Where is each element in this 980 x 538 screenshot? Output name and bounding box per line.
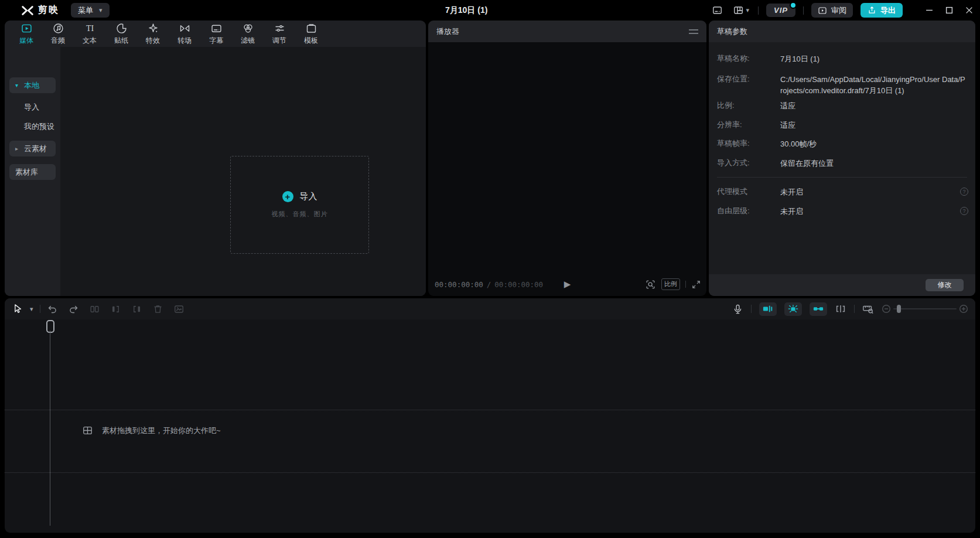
filter-icon <box>242 22 254 35</box>
zoom-in-icon <box>959 304 968 314</box>
player-header: 播放器 <box>428 21 706 42</box>
zoom-slider-thumb[interactable] <box>897 305 901 313</box>
tab-filters[interactable]: 滤镜 <box>232 21 264 47</box>
time-separator: / <box>487 280 491 289</box>
compact-mode-icon <box>712 5 723 16</box>
microphone-icon <box>732 304 743 315</box>
auto-snap-toggle[interactable] <box>784 302 802 316</box>
divider <box>717 177 967 178</box>
tab-effects[interactable]: 特效 <box>137 21 169 47</box>
placeholder-text: 素材拖拽到这里，开始你的大作吧~ <box>102 425 221 436</box>
zoom-in-button[interactable] <box>959 304 968 314</box>
split-icon <box>89 304 100 315</box>
layout-button[interactable]: ▾ <box>732 4 751 17</box>
player-title: 播放器 <box>436 26 459 37</box>
jianying-logo-icon <box>21 4 34 17</box>
menu-label: 菜单 <box>78 5 93 16</box>
delete-button[interactable] <box>152 304 163 315</box>
divider <box>803 6 804 15</box>
trim-left-button[interactable] <box>110 304 121 315</box>
compact-mode-button[interactable] <box>711 4 724 17</box>
zoom-slider-track[interactable] <box>893 308 957 309</box>
audio-icon <box>52 22 64 35</box>
svg-text:TI: TI <box>86 23 94 32</box>
media-tabbar: 媒体 音频 TI 文本 贴纸 <box>11 21 327 47</box>
split-button[interactable] <box>89 304 100 315</box>
freeze-frame-button[interactable] <box>173 304 185 315</box>
tab-templates[interactable]: 模板 <box>295 21 327 47</box>
triangle-down-icon: ▾ <box>15 82 20 88</box>
close-button[interactable] <box>963 4 975 16</box>
fullscreen-button[interactable] <box>691 280 701 290</box>
delete-icon <box>152 304 163 315</box>
export-button[interactable]: 导出 <box>861 3 903 18</box>
undo-button[interactable] <box>47 304 58 315</box>
param-value: 30.00帧/秒 <box>780 138 967 149</box>
timeline-drop-placeholder: 素材拖拽到这里，开始你的大作吧~ <box>82 425 221 436</box>
triangle-right-icon: ▸ <box>15 145 20 152</box>
timeline-fit-button[interactable] <box>862 304 874 314</box>
review-button[interactable]: 审阅 <box>811 3 853 18</box>
maximize-icon <box>945 6 953 14</box>
playhead-handle[interactable] <box>46 320 54 333</box>
ruler-zoom-icon <box>862 304 874 314</box>
select-tool-button[interactable] <box>12 303 23 315</box>
tab-media[interactable]: 媒体 <box>11 21 42 47</box>
tab-label: 媒体 <box>19 36 33 46</box>
param-row-import-mode: 导入方式: 保留在原有位置 <box>717 158 967 169</box>
sidebar-item-local[interactable]: ▾ 本地 <box>9 77 56 93</box>
param-row-ratio: 比例: 适应 <box>717 100 967 111</box>
sidebar-item-material-library[interactable]: 素材库 <box>9 164 56 180</box>
main-track-magnet-toggle[interactable] <box>759 302 777 316</box>
param-value: 适应 <box>780 120 967 131</box>
preview-axis-toggle[interactable] <box>835 304 846 314</box>
minimize-button[interactable] <box>923 4 935 16</box>
preview-quality-button[interactable] <box>645 279 656 290</box>
sidebar-item-import[interactable]: 导入 <box>9 99 56 115</box>
help-icon[interactable]: ? <box>960 188 968 196</box>
select-tool-dropdown[interactable]: ▾ <box>30 306 33 312</box>
divider <box>758 6 759 15</box>
tab-label: 滤镜 <box>241 36 255 46</box>
ratio-button[interactable]: 比例 <box>661 278 680 290</box>
chevron-down-icon: ▾ <box>746 7 750 13</box>
player-viewport <box>428 42 706 273</box>
play-button[interactable]: ▶ <box>561 273 575 296</box>
maximize-button[interactable] <box>943 4 955 16</box>
tab-captions[interactable]: 字幕 <box>200 21 232 47</box>
trim-right-button[interactable] <box>131 304 142 315</box>
zoom-out-button[interactable] <box>882 304 891 314</box>
vip-button[interactable]: VIP <box>766 4 795 17</box>
jianying-app: 剪映 菜单 ▾ 7月10日 (1) ▾ <box>0 0 980 538</box>
tab-transitions[interactable]: 转场 <box>169 21 200 47</box>
tab-text[interactable]: TI 文本 <box>74 21 105 47</box>
redo-button[interactable] <box>68 304 79 315</box>
param-row-proxy-mode: 代理模式 未开启 <box>717 186 967 198</box>
param-row-free-layer: 自由层级: 未开启 <box>717 206 967 217</box>
tab-label: 调节 <box>272 36 286 46</box>
sticker-icon <box>115 22 128 35</box>
player-menu-button[interactable] <box>689 29 698 35</box>
app-logo: 剪映 <box>21 4 59 17</box>
auto-snap-icon <box>788 304 798 314</box>
draft-params-panel: 草稿参数 草稿名称: 7月10日 (1) 保存位置: C:/Users/Sam/… <box>709 21 975 296</box>
param-value: C:/Users/Sam/AppData/Local/JianyingPro/U… <box>780 74 967 96</box>
link-toggle[interactable] <box>810 302 827 316</box>
tab-adjust[interactable]: 调节 <box>264 21 295 47</box>
adjust-icon <box>274 22 286 35</box>
record-audio-button[interactable] <box>732 304 743 315</box>
tab-audio[interactable]: 音频 <box>42 21 74 47</box>
sidebar-item-cloud-materials[interactable]: ▸ 云素材 <box>9 141 56 156</box>
tab-sticker[interactable]: 贴纸 <box>105 21 137 47</box>
menu-button[interactable]: 菜单 ▾ <box>71 3 110 18</box>
review-label: 审阅 <box>831 5 846 16</box>
timeline-tracks-area[interactable]: 素材拖拽到这里，开始你的大作吧~ <box>5 319 975 533</box>
project-title: 7月10日 (1) <box>445 0 487 21</box>
import-label: 导入 <box>300 191 317 202</box>
import-dropzone[interactable]: + 导入 视频、音频、图片 <box>230 156 369 254</box>
text-icon: TI <box>84 22 96 35</box>
sidebar-item-my-presets[interactable]: 我的预设 <box>9 118 56 134</box>
modify-button[interactable]: 修改 <box>926 279 964 291</box>
play-icon: ▶ <box>564 279 571 290</box>
help-icon[interactable]: ? <box>960 207 968 215</box>
